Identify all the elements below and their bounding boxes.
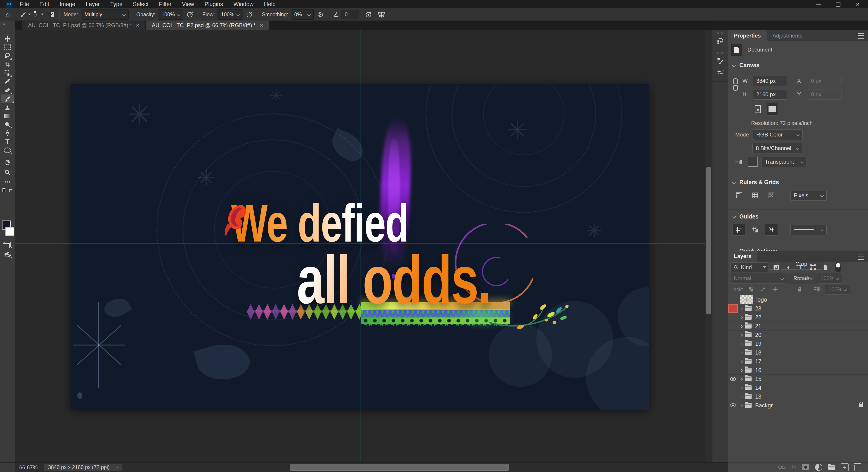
expand-chevron-icon[interactable]: › <box>741 305 743 312</box>
lock-guides-icon[interactable] <box>749 224 762 236</box>
object-selection-tool[interactable] <box>2 68 12 77</box>
layer-row[interactable]: › 23 <box>728 304 868 313</box>
tab-properties[interactable]: Properties <box>728 30 767 41</box>
expand-chevron-icon[interactable]: › <box>741 340 743 347</box>
layer-row[interactable]: › 19 <box>728 339 868 348</box>
collapse-chevron-icon[interactable] <box>732 63 736 67</box>
menu-item[interactable]: Window <box>233 1 253 7</box>
zoom-tool[interactable] <box>2 168 12 177</box>
link-dimensions-icon[interactable] <box>733 78 739 91</box>
visibility-toggle[interactable] <box>728 357 738 366</box>
crop-tool[interactable] <box>2 60 12 69</box>
ruler-units-select[interactable]: Pixels <box>790 190 827 201</box>
menu-item[interactable]: Filter <box>159 1 172 7</box>
brush-size-chevron[interactable] <box>41 13 44 15</box>
layer-name[interactable]: 17 <box>755 358 762 365</box>
brush-size-preview[interactable]: 12 <box>33 11 37 18</box>
panel-menu-icon[interactable] <box>858 33 864 39</box>
close-tab-icon[interactable]: × <box>136 22 139 29</box>
layer-name[interactable]: 22 <box>755 314 762 321</box>
restore-button[interactable] <box>834 1 843 8</box>
collapse-chevron-icon[interactable] <box>732 214 736 218</box>
layer-name[interactable]: 20 <box>755 332 762 338</box>
pressure-opacity-icon[interactable] <box>186 9 195 20</box>
menu-item[interactable]: Image <box>59 1 75 7</box>
toolbar-collapse-chevrons[interactable]: » <box>0 21 15 27</box>
layer-row[interactable]: › 22 <box>728 313 868 322</box>
menu-item[interactable]: View <box>182 1 194 7</box>
expand-chevron-icon[interactable]: › <box>741 375 743 382</box>
airbrush-icon[interactable] <box>245 9 254 20</box>
landscape-orientation-button[interactable] <box>767 103 778 115</box>
healing-brush-tool[interactable] <box>2 86 12 95</box>
fill-swatch[interactable] <box>748 157 758 167</box>
document-tab[interactable]: AU_COL_TC_P1.psd @ 66.7% (RGB/8#) *× <box>22 21 145 30</box>
document-dimensions[interactable]: 3840 px x 2160 px (72 ppi) › <box>44 464 122 471</box>
new-layer-icon[interactable]: + <box>841 463 848 471</box>
visibility-toggle[interactable] <box>728 295 738 304</box>
expand-chevron-icon[interactable]: › <box>741 393 743 400</box>
filter-toggle[interactable] <box>835 262 841 272</box>
height-input[interactable]: 2160 px <box>753 89 787 100</box>
visibility-toggle[interactable] <box>728 331 738 339</box>
expand-chevron-icon[interactable]: › <box>741 367 743 374</box>
filter-adjustment-layers-icon[interactable]: ◐ <box>784 263 793 272</box>
portrait-orientation-button[interactable] <box>752 103 763 115</box>
opacity-select[interactable]: 100% <box>158 9 183 20</box>
lock-position-icon[interactable] <box>771 285 780 294</box>
filter-smart-objects-icon[interactable] <box>821 263 830 272</box>
home-icon[interactable]: ⌂ <box>3 9 12 20</box>
background-color-swatch[interactable] <box>5 227 14 236</box>
color-mode-select[interactable]: RGB Color <box>753 130 803 140</box>
layer-row[interactable]: › 15 <box>728 375 868 383</box>
brush-tool-selected[interactable] <box>1 94 15 104</box>
toggle-guides-icon[interactable] <box>733 224 745 236</box>
pressure-size-icon[interactable] <box>364 9 373 20</box>
vertical-guide[interactable] <box>360 30 361 462</box>
move-tool[interactable] <box>2 34 12 43</box>
gradient-tool[interactable] <box>2 111 12 121</box>
visibility-toggle[interactable] <box>728 348 738 357</box>
visibility-toggle[interactable] <box>728 322 738 330</box>
layer-name[interactable]: 16 <box>755 367 762 373</box>
expand-chevron-icon[interactable]: › <box>741 332 743 338</box>
expand-chevron-icon[interactable]: › <box>741 402 743 409</box>
layer-row[interactable]: › 21 <box>728 322 868 331</box>
horizontal-scrollbar-thumb[interactable] <box>290 464 509 471</box>
document-tab-active[interactable]: AU_COL_TC_P2.psd @ 66.7% (RGB/8#) *× <box>146 21 269 30</box>
flow-select[interactable]: 100% <box>218 9 243 20</box>
toggle-rulers-icon[interactable] <box>733 190 745 201</box>
layer-name[interactable]: 18 <box>755 349 762 356</box>
close-tab-icon[interactable]: × <box>260 22 263 29</box>
menu-item[interactable]: Edit <box>39 1 49 7</box>
layer-row[interactable]: › 16 <box>728 366 868 375</box>
visibility-toggle[interactable] <box>728 392 738 401</box>
edit-toolbar-dots-icon[interactable]: ••• <box>2 177 12 187</box>
snap-guides-icon[interactable] <box>765 224 778 236</box>
marquee-tool[interactable] <box>2 43 12 52</box>
visibility-toggle[interactable] <box>728 401 738 410</box>
layer-name[interactable]: 14 <box>755 384 762 391</box>
visibility-toggle[interactable] <box>728 375 738 383</box>
pen-tool[interactable] <box>2 129 12 138</box>
lock-artboard-icon[interactable] <box>783 285 792 294</box>
visibility-toggle[interactable] <box>728 339 738 348</box>
lock-transparency-icon[interactable] <box>746 285 755 294</box>
lasso-tool[interactable] <box>2 51 12 60</box>
expand-chevron-icon[interactable]: › <box>741 349 743 356</box>
filter-kind-select[interactable]: Kind <box>730 262 769 272</box>
layer-name[interactable]: 13 <box>755 393 762 400</box>
menu-item[interactable]: Type <box>110 1 122 7</box>
layers-panel-menu-icon[interactable] <box>858 254 864 260</box>
symmetry-butterfly-icon[interactable] <box>377 9 386 20</box>
brush-preset-icon[interactable] <box>20 9 31 20</box>
menu-item[interactable]: Help <box>264 1 275 7</box>
visibility-toggle[interactable] <box>728 304 738 313</box>
layer-name[interactable]: 15 <box>755 376 762 382</box>
layer-style-fx-icon[interactable]: fx <box>792 464 796 471</box>
collapse-chevron-icon[interactable] <box>732 180 736 184</box>
layer-name[interactable]: Backgr <box>755 402 773 409</box>
layer-name[interactable]: 21 <box>755 323 762 330</box>
eyedropper-tool[interactable] <box>2 77 12 86</box>
blend-mode-select[interactable]: Multiply <box>81 9 129 20</box>
